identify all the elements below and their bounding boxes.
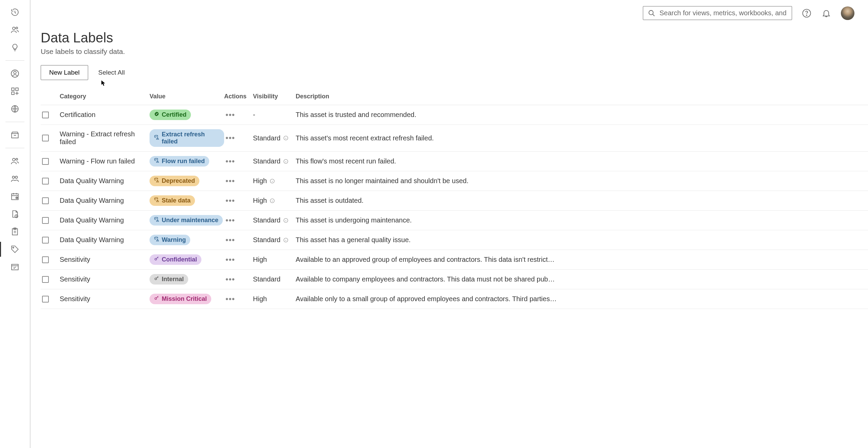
info-icon[interactable]: [283, 159, 289, 164]
row-visibility: Standard: [253, 216, 296, 224]
info-icon[interactable]: [283, 218, 289, 223]
row-visibility: High: [253, 197, 296, 204]
col-category[interactable]: Category: [60, 93, 150, 100]
sidebar-groups-icon[interactable]: [7, 171, 22, 186]
sidebar-globe-icon[interactable]: [7, 101, 22, 116]
sidebar-tag-icon[interactable]: [7, 242, 22, 257]
row-checkbox[interactable]: [42, 217, 49, 224]
sidebar-people-icon[interactable]: [7, 154, 22, 169]
row-actions-menu[interactable]: •••: [224, 294, 253, 304]
row-actions-menu[interactable]: •••: [224, 110, 253, 120]
search-input[interactable]: [659, 9, 787, 17]
row-checkbox[interactable]: [42, 178, 49, 184]
sidebar-lightbulb-icon[interactable]: [7, 40, 22, 55]
search-icon: [648, 9, 655, 17]
top-bar: [31, 0, 868, 20]
value-badge: Flow run failed: [150, 156, 209, 167]
row-category: Sensitivity: [60, 295, 150, 303]
sidebar-user-icon[interactable]: [7, 66, 22, 81]
badge-icon: [154, 135, 159, 142]
value-badge: Extract refresh failed: [150, 129, 224, 147]
row-visibility: -: [253, 111, 296, 119]
value-badge: Under maintenance: [150, 215, 223, 226]
sidebar-archive-icon[interactable]: [7, 128, 22, 142]
row-actions-menu[interactable]: •••: [224, 176, 253, 186]
row-actions-menu[interactable]: •••: [224, 196, 253, 206]
row-actions-menu[interactable]: •••: [224, 275, 253, 284]
badge-icon: [154, 111, 159, 118]
svg-point-20: [649, 10, 653, 15]
row-actions-menu[interactable]: •••: [224, 133, 253, 143]
page-subtitle: Use labels to classify data.: [41, 47, 868, 56]
value-badge: Stale data: [150, 195, 195, 206]
badge-icon: [154, 158, 159, 165]
badge-text: Extract refresh failed: [162, 131, 220, 145]
row-description: Available to company employees and contr…: [296, 275, 868, 283]
svg-point-35: [155, 217, 158, 218]
badge-icon: [154, 236, 159, 244]
col-visibility[interactable]: Visibility: [253, 93, 296, 100]
row-visibility: Standard: [253, 236, 296, 244]
info-icon[interactable]: [270, 198, 275, 203]
svg-point-10: [16, 158, 18, 160]
row-checkbox[interactable]: [42, 256, 49, 263]
row-visibility: High: [253, 295, 296, 303]
sidebar-users-icon[interactable]: [7, 22, 22, 37]
svg-point-33: [157, 201, 158, 201]
sidebar-divider: [5, 122, 24, 122]
svg-point-36: [157, 221, 158, 221]
svg-rect-19: [12, 264, 18, 270]
row-actions-menu[interactable]: •••: [224, 216, 253, 225]
row-description: Available only to a small group of appro…: [296, 295, 868, 303]
row-category: Sensitivity: [60, 275, 150, 283]
row-checkbox[interactable]: [42, 276, 49, 283]
row-actions-menu[interactable]: •••: [224, 255, 253, 265]
svg-point-3: [14, 71, 16, 74]
new-label-button[interactable]: New Label: [41, 65, 88, 80]
info-icon[interactable]: [283, 237, 289, 243]
row-checkbox[interactable]: [42, 237, 49, 244]
svg-point-18: [13, 247, 14, 248]
info-icon[interactable]: [283, 135, 289, 141]
help-icon[interactable]: [802, 8, 812, 18]
svg-point-24: [157, 139, 158, 139]
select-all-link[interactable]: Select All: [98, 69, 125, 76]
sidebar-apps-icon[interactable]: [7, 84, 22, 99]
row-description: This asset is trusted and recommended.: [296, 111, 868, 119]
table-row: CertificationCertified•••-This asset is …: [41, 105, 868, 125]
row-checkbox[interactable]: [42, 296, 49, 303]
svg-point-38: [155, 237, 158, 238]
left-sidebar: [0, 0, 31, 448]
svg-point-43: [155, 298, 157, 299]
row-visibility: Standard: [253, 157, 296, 165]
row-actions-menu[interactable]: •••: [224, 157, 253, 166]
table-row: Data Quality WarningUnder maintenance•••…: [41, 211, 868, 230]
col-actions[interactable]: Actions: [224, 93, 253, 100]
sidebar-clipboard-icon[interactable]: [7, 224, 22, 239]
row-description: This asset is no longer maintained and s…: [296, 177, 868, 185]
sidebar-file-time-icon[interactable]: [7, 207, 22, 221]
row-checkbox[interactable]: [42, 112, 49, 118]
badge-icon: [154, 177, 159, 184]
row-actions-menu[interactable]: •••: [224, 235, 253, 245]
col-value[interactable]: Value: [150, 93, 224, 100]
avatar[interactable]: [841, 6, 854, 20]
info-icon[interactable]: [270, 178, 275, 184]
sidebar-schedule-icon[interactable]: [7, 189, 22, 204]
badge-icon: [154, 197, 159, 204]
sidebar-history-icon[interactable]: [7, 5, 22, 20]
row-checkbox[interactable]: [42, 135, 49, 141]
search-box[interactable]: [643, 6, 792, 20]
row-visibility: Standard: [253, 275, 296, 283]
svg-point-26: [155, 158, 158, 159]
row-description: This asset is outdated.: [296, 197, 868, 204]
svg-rect-6: [12, 92, 14, 95]
sidebar-settings-icon[interactable]: [7, 259, 22, 274]
notifications-icon[interactable]: [821, 8, 831, 18]
row-visibility: High: [253, 256, 296, 264]
row-checkbox[interactable]: [42, 197, 49, 204]
sidebar-divider: [5, 60, 24, 61]
col-description[interactable]: Description: [296, 93, 868, 100]
row-checkbox[interactable]: [42, 158, 49, 165]
row-description: This asset has a general quality issue.: [296, 236, 868, 244]
